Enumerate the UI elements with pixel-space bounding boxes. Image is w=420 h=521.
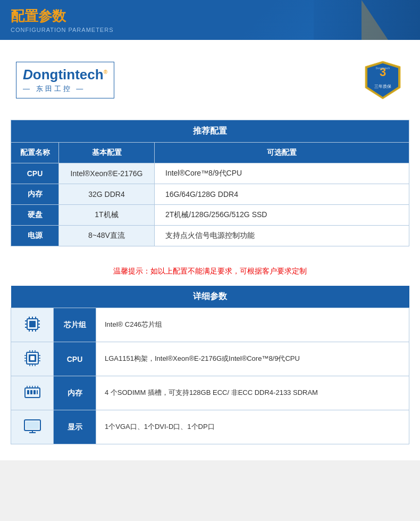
logo-brand-en: Dongtintech®	[23, 67, 107, 83]
config-name: 硬盘	[11, 205, 59, 226]
detail-label: CPU	[54, 342, 96, 376]
svg-rect-36	[30, 390, 32, 394]
detail-params-table: 详细参数 芯片组 Intel® C246芯片组	[11, 286, 409, 444]
config-optional: 2T机械/128G/256G/512G SSD	[155, 205, 409, 226]
svg-rect-21	[30, 356, 35, 360]
warranty-shield: 3 三年质保 Dongtintech	[364, 60, 401, 100]
config-base: 8~48V直流	[59, 226, 155, 246]
config-name: 内存	[11, 184, 59, 205]
table-row: 电源 8~48V直流 支持点火信号电源控制功能	[11, 226, 409, 246]
svg-text:三年质保: 三年质保	[374, 84, 391, 89]
svg-rect-35	[27, 390, 29, 394]
detail-label: 芯片组	[54, 308, 96, 342]
config-name: CPU	[11, 163, 59, 184]
config-optional: 16G/64G/128G DDR4	[155, 184, 409, 205]
config-optional: 支持点火信号电源控制功能	[155, 226, 409, 246]
config-base: Intel®Xeon®E-2176G	[59, 163, 155, 184]
header-title-block: 配置参数 CONFIGURATION PARAMETERS	[11, 7, 114, 33]
config-optional: Intel®Core™8/9代CPU	[155, 163, 409, 184]
detail-label: 内存	[54, 376, 96, 410]
detail-section-title: 详细参数	[11, 286, 409, 308]
header-banner: 配置参数 CONFIGURATION PARAMETERS	[0, 0, 420, 40]
table-row: CPU Intel®Xeon®E-2176G Intel®Core™8/9代CP…	[11, 163, 409, 184]
logo-brand-zh: — 东田工控 —	[23, 84, 107, 94]
shield-outer: 3 三年质保 Dongtintech	[364, 60, 401, 100]
svg-rect-6	[29, 321, 36, 327]
detail-row: 内存 4 个SODIMM 插槽，可支持128GB ECC/ 非ECC DDR4-…	[11, 376, 409, 410]
col-header-base: 基本配置	[59, 143, 155, 163]
main-content: Dongtintech® — 东田工控 — 3 三年质保 Dongtintech	[0, 40, 420, 460]
svg-text:Dongtintech: Dongtintech	[376, 67, 390, 70]
table-row: 硬盘 1T机械 2T机械/128G/256G/512G SSD	[11, 205, 409, 226]
col-header-optional: 可选配置	[155, 143, 409, 163]
col-header-name: 配置名称	[11, 143, 59, 163]
chip-icon	[11, 308, 54, 342]
page-title-zh: 配置参数	[11, 7, 114, 26]
detail-value: LGA1151构架，Intel®Xeon®E-2176G或Intel®Core™…	[96, 342, 409, 376]
config-base: 32G DDR4	[59, 184, 155, 205]
svg-rect-45	[26, 421, 39, 429]
config-base: 1T机械	[59, 205, 155, 226]
warm-tip: 温馨提示：如以上配置不能满足要求，可根据客户要求定制	[11, 257, 409, 286]
svg-rect-38	[37, 390, 38, 394]
detail-row: 显示 1个VGA口、1个DVI-D口、1个DP口	[11, 410, 409, 444]
detail-value: 4 个SODIMM 插槽，可支持128GB ECC/ 非ECC DDR4-213…	[96, 376, 409, 410]
warranty-badge: 3 三年质保 Dongtintech	[362, 59, 404, 101]
header-decoration	[362, 0, 388, 40]
display-icon	[11, 410, 54, 444]
cpu-icon	[11, 342, 54, 376]
memory-icon	[11, 376, 54, 410]
logo-section: Dongtintech® — 东田工控 — 3 三年质保 Dongtintech	[11, 51, 409, 109]
detail-row: CPU LGA1151构架，Intel®Xeon®E-2176G或Intel®C…	[11, 342, 409, 376]
recommend-config-table: 推荐配置 配置名称 基本配置 可选配置 CPU Intel®Xeon®E-217…	[11, 120, 409, 246]
detail-row: 芯片组 Intel® C246芯片组	[11, 308, 409, 342]
detail-value: 1个VGA口、1个DVI-D口、1个DP口	[96, 410, 409, 444]
config-name: 电源	[11, 226, 59, 246]
detail-label: 显示	[54, 410, 96, 444]
recommend-section-title: 推荐配置	[11, 120, 409, 143]
svg-rect-37	[33, 390, 36, 394]
logo-box: Dongtintech® — 东田工控 —	[16, 62, 114, 98]
detail-value: Intel® C246芯片组	[96, 308, 409, 342]
table-row: 内存 32G DDR4 16G/64G/128G DDR4	[11, 184, 409, 205]
page-title-en: CONFIGURATION PARAMETERS	[11, 27, 114, 33]
